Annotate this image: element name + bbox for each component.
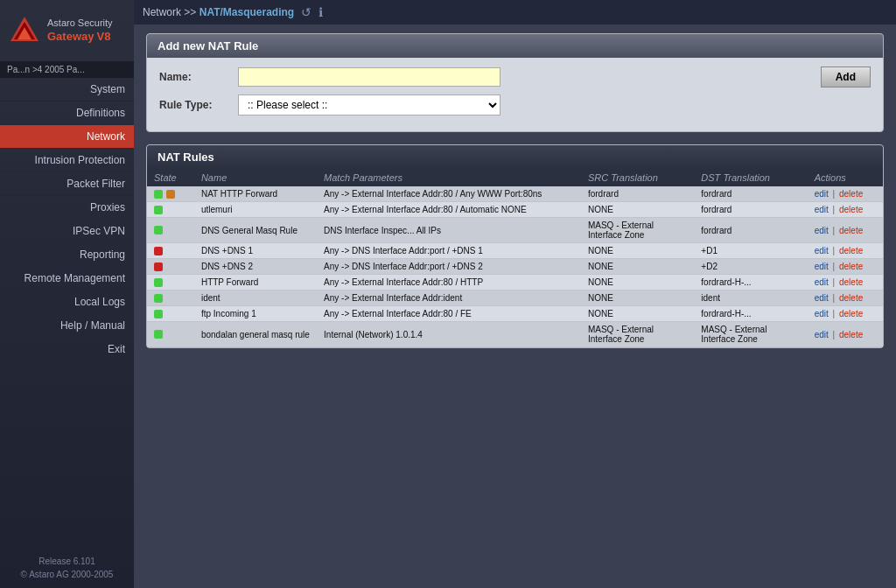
- col-name: Name: [194, 169, 317, 186]
- table-row: utlemuriAny -> External Interface Addr:8…: [147, 202, 883, 218]
- status-dot-1[interactable]: [154, 206, 163, 214]
- add-panel-title: Add new NAT Rule: [147, 34, 883, 58]
- table-row: DNS +DNS 2Any -> DNS Interface Addr:port…: [147, 259, 883, 275]
- rule-match: Any -> External Interface Addr:80 / FE: [317, 306, 581, 322]
- rule-name: HTTP Forward: [194, 275, 317, 290]
- state-cell: [147, 218, 194, 243]
- rule-type-row: Rule Type: :: Please select ::: [159, 94, 871, 116]
- delete-link[interactable]: delete: [839, 309, 863, 318]
- rule-actions: edit | delete: [808, 186, 883, 202]
- state-cell: [147, 290, 194, 306]
- action-separator: |: [830, 277, 837, 287]
- rule-src: NONE: [581, 290, 694, 306]
- hostname-bar: Pa...n >4 2005 Pa...: [0, 61, 134, 78]
- status-dot-1[interactable]: [154, 310, 163, 318]
- rule-src: NONE: [581, 259, 694, 275]
- rule-dst: +D2: [694, 259, 807, 275]
- delete-link[interactable]: delete: [839, 330, 863, 340]
- rule-match: Internal (Network) 1.0.1.4: [317, 322, 581, 347]
- rule-dst: ident: [694, 290, 807, 306]
- name-label: Name:: [159, 71, 229, 83]
- rule-name: utlemuri: [194, 202, 317, 218]
- content-area: Add new NAT Rule Name: Add Rule Type: ::…: [134, 24, 896, 588]
- edit-link[interactable]: edit: [815, 262, 829, 271]
- delete-link[interactable]: delete: [839, 205, 863, 214]
- sidebar-item-system[interactable]: System: [0, 78, 134, 102]
- action-separator: |: [830, 226, 837, 235]
- edit-link[interactable]: edit: [815, 246, 829, 256]
- edit-link[interactable]: edit: [815, 226, 829, 235]
- action-separator: |: [830, 309, 837, 318]
- name-row: Name: Add: [159, 66, 871, 88]
- sidebar-item-proxies[interactable]: Proxies: [0, 196, 134, 220]
- sidebar-item-packet-filter[interactable]: Packet Filter: [0, 172, 134, 196]
- sidebar-item-local-logs[interactable]: Local Logs: [0, 290, 134, 314]
- status-dot-1[interactable]: [154, 247, 163, 256]
- status-dot-1[interactable]: [154, 330, 163, 339]
- astaro-logo: [9, 15, 40, 46]
- delete-link[interactable]: delete: [839, 189, 863, 199]
- rule-type-select[interactable]: :: Please select ::: [238, 94, 500, 116]
- rule-actions: edit | delete: [808, 259, 883, 275]
- nat-rules-panel: NAT Rules State Name Match Parameters SR…: [146, 144, 884, 348]
- status-dot-1[interactable]: [154, 294, 163, 303]
- rule-name: ftp Incoming 1: [194, 306, 317, 322]
- table-row: ftp Incoming 1Any -> External Interface …: [147, 306, 883, 322]
- edit-link[interactable]: edit: [815, 330, 829, 340]
- edit-link[interactable]: edit: [815, 293, 829, 303]
- add-button[interactable]: Add: [821, 66, 871, 88]
- table-row: NAT HTTP ForwardAny -> External Interfac…: [147, 186, 883, 202]
- rule-dst: fordrard-H-...: [694, 275, 807, 290]
- rule-match: Any -> DNS Interface Addr:port / +DNS 1: [317, 243, 581, 259]
- sidebar-item-ipsec-vpn[interactable]: IPSec VPN: [0, 220, 134, 243]
- rule-actions: edit | delete: [808, 290, 883, 306]
- name-input[interactable]: [238, 67, 500, 87]
- status-dot-1[interactable]: [154, 262, 163, 271]
- nat-rules-tbody: NAT HTTP ForwardAny -> External Interfac…: [147, 186, 883, 347]
- rule-src: NONE: [581, 202, 694, 218]
- sidebar-item-reporting[interactable]: Reporting: [0, 243, 134, 267]
- sidebar-item-intrusion-protection[interactable]: Intrusion Protection: [0, 149, 134, 172]
- rule-match: Any -> DNS Interface Addr:port / +DNS 2: [317, 259, 581, 275]
- sidebar-item-network[interactable]: Network: [0, 125, 134, 149]
- state-cell: [147, 202, 194, 218]
- status-dot-2[interactable]: [166, 190, 175, 199]
- rule-match: Any -> External Interface Addr:80 / Any …: [317, 186, 581, 202]
- status-dot-1[interactable]: [154, 278, 163, 287]
- rule-match: Any -> External Interface Addr:80 / HTTP: [317, 275, 581, 290]
- rule-actions: edit | delete: [808, 202, 883, 218]
- rule-name: DNS +DNS 2: [194, 259, 317, 275]
- logo-line1: Astaro Security: [47, 17, 113, 29]
- action-separator: |: [830, 293, 837, 303]
- sidebar-item-definitions[interactable]: Definitions: [0, 102, 134, 125]
- sidebar: Astaro Security Gateway V8 Pa...n >4 200…: [0, 0, 134, 588]
- sidebar-item-exit[interactable]: Exit: [0, 338, 134, 361]
- status-dot-1[interactable]: [154, 226, 163, 234]
- logo-line2: Gateway: [47, 30, 94, 43]
- info-icon[interactable]: ℹ: [318, 5, 323, 19]
- logo-version: V8: [97, 30, 111, 43]
- delete-link[interactable]: delete: [839, 262, 863, 271]
- rule-dst: +D1: [694, 243, 807, 259]
- delete-link[interactable]: delete: [839, 226, 863, 235]
- add-panel-body: Name: Add Rule Type: :: Please select ::: [147, 58, 883, 131]
- delete-link[interactable]: delete: [839, 293, 863, 303]
- action-separator: |: [830, 246, 837, 256]
- state-cell: [147, 243, 194, 259]
- state-cell: [147, 306, 194, 322]
- sidebar-item-help-manual[interactable]: Help / Manual: [0, 314, 134, 338]
- main-content: Network >> NAT/Masquerading ↺ ℹ Add new …: [134, 0, 896, 588]
- edit-link[interactable]: edit: [815, 205, 829, 214]
- edit-link[interactable]: edit: [815, 189, 829, 199]
- rule-src: NONE: [581, 306, 694, 322]
- delete-link[interactable]: delete: [839, 277, 863, 287]
- edit-link[interactable]: edit: [815, 277, 829, 287]
- action-separator: |: [830, 205, 837, 214]
- refresh-icon[interactable]: ↺: [301, 5, 312, 19]
- sidebar-item-remote-management[interactable]: Remote Management: [0, 267, 134, 290]
- delete-link[interactable]: delete: [839, 246, 863, 256]
- status-dot-1[interactable]: [154, 190, 163, 199]
- state-cell: [147, 322, 194, 347]
- rule-match: Any -> External Interface Addr:80 / Auto…: [317, 202, 581, 218]
- edit-link[interactable]: edit: [815, 309, 829, 318]
